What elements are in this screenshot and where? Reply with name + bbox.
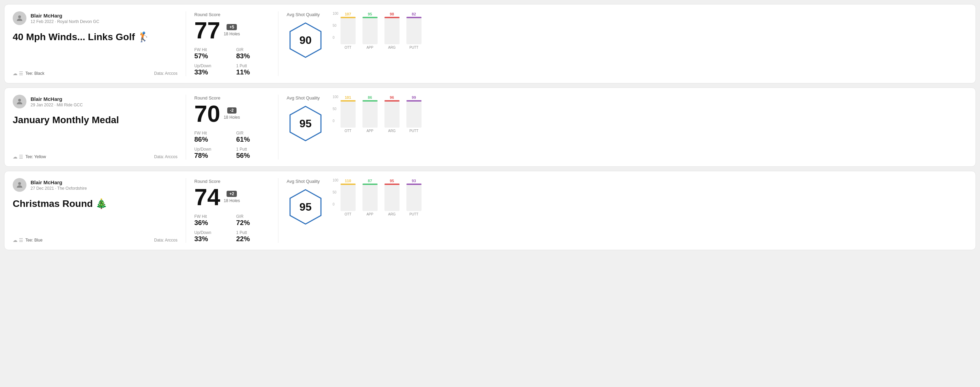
bar-value-label: 98 bbox=[390, 12, 394, 16]
updown-stat-value: 78% bbox=[194, 152, 228, 160]
y-axis: 100500 bbox=[332, 95, 339, 123]
gir-stat-label: GIR bbox=[236, 131, 270, 135]
shot-quality-left: Avg Shot Quality 95 bbox=[286, 95, 325, 143]
holes-label: 18 Holes bbox=[224, 115, 240, 120]
y-tick: 100 bbox=[332, 12, 339, 16]
y-axis: 100500 bbox=[332, 12, 339, 40]
bar-colored-line bbox=[340, 17, 356, 18]
updown-stat-label: Up/Down bbox=[194, 230, 228, 235]
x-axis-label: ARG bbox=[385, 213, 399, 216]
bars-and-labels: 110879593OTTAPPARGPUTT bbox=[340, 179, 422, 216]
person-icon bbox=[16, 181, 24, 189]
divider bbox=[186, 178, 186, 243]
score-badge: +218 Holes bbox=[224, 191, 240, 203]
bar-colored-line bbox=[340, 100, 356, 102]
bar-background bbox=[340, 100, 356, 128]
x-labels-row: OTTAPPARGPUTT bbox=[340, 129, 422, 133]
bar-column-putt: 99 bbox=[406, 95, 422, 128]
bottom-row: ☁ ☰ Tee: YellowData: Arccos bbox=[13, 154, 177, 160]
fw-hit-stat-value: 36% bbox=[194, 219, 228, 227]
bar-colored-line bbox=[385, 17, 399, 18]
fw-hit-stat: FW Hit36% bbox=[194, 214, 228, 227]
svg-point-0 bbox=[18, 16, 21, 18]
gir-stat: GIR83% bbox=[236, 48, 270, 60]
round-left-section: Blair McHarg29 Jan 2022 · Mill Ride GCCJ… bbox=[13, 95, 177, 160]
bar-background bbox=[363, 184, 378, 211]
shot-quality-section: Avg Shot Quality 90100500107959882OTTAPP… bbox=[286, 11, 451, 76]
bar-value-label: 87 bbox=[368, 179, 372, 183]
bar-background bbox=[406, 17, 422, 44]
x-axis-label: PUTT bbox=[406, 46, 422, 49]
bar-colored-line bbox=[340, 184, 356, 185]
bar-background bbox=[340, 184, 356, 211]
data-source: Data: Arccos bbox=[154, 238, 177, 243]
bar-colored-line bbox=[406, 17, 422, 18]
user-name: Blair McHarg bbox=[30, 96, 83, 102]
bar-value-label: 99 bbox=[412, 95, 416, 100]
bars-and-labels: 107959882OTTAPPARGPUTT bbox=[340, 12, 422, 49]
bars-and-labels: 101869699OTTAPPARGPUTT bbox=[340, 95, 422, 133]
bars-row: 107959882 bbox=[340, 12, 422, 44]
fw-hit-stat: FW Hit86% bbox=[194, 131, 228, 143]
bar-background bbox=[363, 100, 378, 128]
tee-info: ☁ ☰ Tee: Yellow bbox=[13, 154, 46, 160]
person-icon bbox=[16, 14, 24, 22]
date-course: 12 Feb 2022 · Royal North Devon GC bbox=[30, 19, 99, 24]
score-badge: -218 Holes bbox=[224, 107, 240, 120]
bar-chart-section: 100500110879593OTTAPPARGPUTT bbox=[332, 179, 451, 216]
x-axis-label: ARG bbox=[385, 129, 399, 133]
bar-colored-line bbox=[406, 100, 422, 102]
y-tick: 0 bbox=[332, 119, 339, 123]
updown-stat: Up/Down78% bbox=[194, 147, 228, 160]
weather-icon: ☁ ☰ bbox=[13, 71, 23, 76]
oneputt-stat-label: 1 Putt bbox=[236, 63, 270, 68]
shot-quality-score: 95 bbox=[299, 117, 312, 130]
score-badge: +518 Holes bbox=[224, 24, 240, 36]
oneputt-stat: 1 Putt56% bbox=[236, 147, 270, 160]
user-details: Blair McHarg12 Feb 2022 · Royal North De… bbox=[30, 13, 99, 24]
divider bbox=[186, 11, 186, 76]
gir-stat: GIR72% bbox=[236, 214, 270, 227]
shot-quality-hexagon: 95 bbox=[286, 188, 325, 226]
gir-stat-label: GIR bbox=[236, 214, 270, 219]
round-title: Christmas Round 🎄 bbox=[13, 198, 177, 209]
y-tick: 0 bbox=[332, 203, 339, 206]
bar-column-arg: 96 bbox=[385, 95, 399, 128]
bar-background bbox=[363, 17, 378, 44]
bar-value-label: 96 bbox=[390, 95, 394, 100]
updown-stat-value: 33% bbox=[194, 235, 228, 243]
updown-stat-value: 33% bbox=[194, 68, 228, 76]
y-tick: 50 bbox=[332, 107, 339, 111]
x-axis-label: APP bbox=[363, 213, 378, 216]
user-info: Blair McHarg12 Feb 2022 · Royal North De… bbox=[13, 11, 177, 25]
score-value: 70 bbox=[194, 102, 220, 125]
divider bbox=[278, 178, 278, 243]
score-section: Round Score77+518 HolesFW Hit57%GIR83%Up… bbox=[194, 11, 270, 76]
bar-column-putt: 82 bbox=[406, 12, 422, 44]
oneputt-stat: 1 Putt22% bbox=[236, 230, 270, 243]
bar-value-label: 93 bbox=[412, 179, 416, 183]
updown-stat: Up/Down33% bbox=[194, 230, 228, 243]
bar-column-ott: 107 bbox=[340, 12, 356, 44]
weather-icon: ☁ ☰ bbox=[13, 238, 23, 243]
bars-row: 110879593 bbox=[340, 179, 422, 211]
round-card: Blair McHarg12 Feb 2022 · Royal North De… bbox=[4, 4, 976, 83]
shot-quality-score: 95 bbox=[299, 201, 312, 213]
chart-area: 100500107959882OTTAPPARGPUTT bbox=[332, 12, 451, 49]
shot-quality-left: Avg Shot Quality 95 bbox=[286, 179, 325, 226]
tee-label: Tee: Blue bbox=[25, 238, 43, 243]
bar-background bbox=[406, 184, 422, 211]
chart-area: 100500101869699OTTAPPARGPUTT bbox=[332, 95, 451, 133]
fw-hit-stat-label: FW Hit bbox=[194, 48, 228, 52]
stats-grid: FW Hit57%GIR83%Up/Down33%1 Putt11% bbox=[194, 48, 270, 76]
fw-hit-stat-value: 86% bbox=[194, 135, 228, 143]
holes-label: 18 Holes bbox=[224, 32, 240, 36]
oneputt-stat-label: 1 Putt bbox=[236, 147, 270, 152]
bar-background bbox=[385, 17, 399, 44]
bar-value-label: 101 bbox=[345, 95, 351, 100]
bar-chart-section: 100500107959882OTTAPPARGPUTT bbox=[332, 12, 451, 49]
user-name: Blair McHarg bbox=[30, 13, 99, 19]
x-labels-row: OTTAPPARGPUTT bbox=[340, 213, 422, 216]
tee-info: ☁ ☰ Tee: Blue bbox=[13, 238, 43, 243]
score-section: Round Score70-218 HolesFW Hit86%GIR61%Up… bbox=[194, 95, 270, 160]
